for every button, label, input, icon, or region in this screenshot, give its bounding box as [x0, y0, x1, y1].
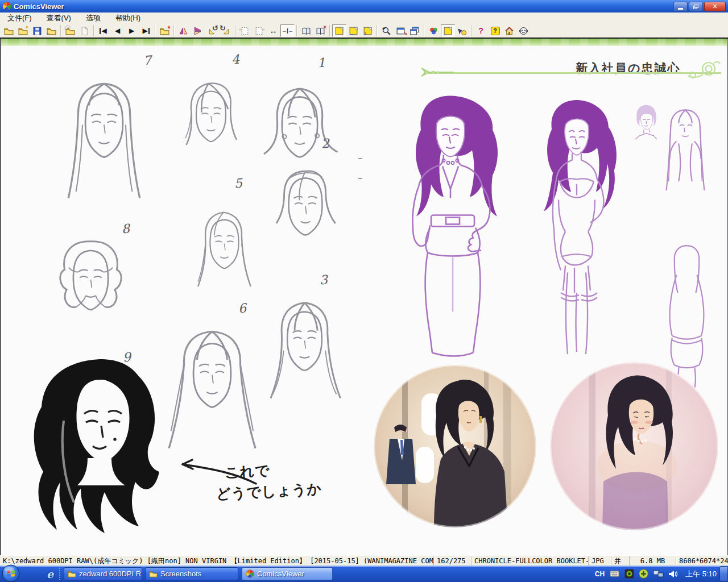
toolbar-separator [93, 25, 94, 36]
keyboard-tray-icon[interactable] [609, 569, 620, 578]
character-design-figure [522, 91, 630, 361]
save-button[interactable] [30, 24, 44, 37]
header-ornament-left [420, 66, 455, 78]
toolbar: ✦ ← ↶ ◀ ◀ ▶ ▶ ★ ↺ ↻ ← → ↔ →|← ✕ ↔ ↕ + ↘ [0, 24, 728, 38]
context-help-button[interactable]: ? [488, 24, 502, 37]
shift-page-right-button[interactable]: → [252, 24, 266, 37]
fit-width-button[interactable]: ↔ [346, 24, 361, 37]
next-page-icon: ▶ [129, 27, 134, 34]
extract-button[interactable]: ← [44, 24, 59, 37]
zoom-button[interactable]: + [379, 24, 394, 37]
minimize-button[interactable] [673, 2, 688, 11]
quick-launch-ie[interactable]: e [43, 567, 57, 580]
toolbar-separator [155, 25, 156, 36]
history-back-button[interactable]: ↶ [63, 24, 77, 37]
taskbar-clock[interactable]: 上午 5:10 [685, 569, 717, 579]
menu-help[interactable]: 帮助(H) [108, 13, 148, 24]
about-button[interactable] [516, 24, 531, 37]
color-picker-button[interactable] [455, 24, 469, 37]
toolbar-separator [60, 25, 61, 36]
toolbar-separator [296, 25, 297, 36]
fit-page-button[interactable] [332, 24, 346, 37]
color-vignette-portrait [549, 361, 719, 531]
status-bar: K:\zedward 600DPI RAW\(成年コミック) [織田non] N… [0, 555, 728, 566]
first-page-button[interactable]: ◀ [96, 24, 110, 37]
header-ornament-swirl [681, 59, 721, 81]
bookmark-button[interactable]: ★ [158, 24, 172, 37]
book-view-button[interactable] [299, 24, 313, 37]
page-left-edge [0, 39, 1, 555]
minimize-icon [678, 8, 683, 10]
character-design-longhair [652, 102, 719, 210]
help-button[interactable]: ? [474, 24, 488, 37]
language-indicator[interactable]: CH [595, 570, 605, 578]
taskbar-item-comicsviewer[interactable]: ComicsViewer [242, 567, 333, 580]
registration-mark [358, 158, 362, 159]
prev-page-button[interactable]: ◀ [110, 24, 125, 37]
rotate-left-button[interactable]: ↺ [205, 24, 219, 37]
show-desktop-button[interactable] [719, 566, 728, 581]
taskbar-item-zedward-folder[interactable]: zedward 600DPI R... [64, 567, 142, 580]
book-edit-button[interactable]: ✕ [313, 24, 328, 37]
status-dimensions: 8606*6074*24 [676, 556, 728, 566]
home-button[interactable] [502, 24, 516, 37]
next-page-button[interactable]: ▶ [125, 24, 139, 37]
status-merge-mode: 并 [611, 556, 629, 566]
comicsviewer-icon [246, 569, 254, 578]
menu-view[interactable]: 查看(V) [39, 13, 78, 24]
close-button[interactable]: ✕ [704, 2, 726, 11]
toolbar-separator [235, 25, 236, 36]
title-bar[interactable]: ComicsViewer ✕ [0, 0, 728, 13]
open-new-button[interactable]: ✦ [16, 24, 30, 37]
sketch-number: 2 [321, 136, 330, 151]
hairstyle-sketch-3 [255, 272, 354, 439]
fit-height-button[interactable]: ↕ [361, 24, 375, 37]
registration-mark [358, 178, 362, 179]
stretch-width-button[interactable]: ↔ [266, 24, 280, 37]
merge-pages-icon: →|← [282, 28, 293, 34]
handwritten-note-line1: これで [224, 461, 270, 482]
menu-file[interactable]: 文件(F) [0, 13, 39, 24]
comic-viewer-area[interactable]: 7 4 1 2 8 5 3 6 9 これで どうでしょうか 新入社員の忠誠心 [0, 38, 728, 555]
taskbar-item-screenshots-folder[interactable]: Screenshots [145, 567, 238, 580]
page-corner-button[interactable] [441, 24, 455, 37]
sketch-number: 8 [121, 222, 130, 236]
menu-options[interactable]: 选项 [78, 13, 108, 24]
last-page-button[interactable]: ▶ [139, 24, 153, 37]
last-page-icon [148, 28, 150, 34]
rotate-right-button[interactable]: ↻ [219, 24, 233, 37]
prev-page-icon: ◀ [115, 27, 120, 34]
folder-icon [68, 569, 76, 578]
toolbar-separator [471, 25, 472, 36]
restore-button[interactable] [689, 2, 703, 11]
sketch-number: 6 [238, 301, 247, 316]
status-format: JPG [588, 556, 611, 566]
status-file-path: K:\zedward 600DPI RAW\(成年コミック) [織田non] N… [0, 556, 433, 566]
print-button[interactable] [77, 24, 92, 37]
menu-bar: 文件(F) 查看(V) 选项 帮助(H) [0, 13, 728, 24]
volume-tray-icon[interactable] [668, 569, 677, 579]
first-page-icon [100, 28, 101, 34]
shift-page-left-button[interactable]: ← [238, 24, 252, 37]
page-top-banner [0, 39, 728, 46]
window-title: ComicsViewer [14, 2, 64, 11]
help-icon: ? [478, 26, 483, 35]
network-tray-icon[interactable] [653, 569, 664, 578]
resize-window-button[interactable]: ↘ [394, 24, 408, 37]
final-sketch-9 [13, 346, 183, 550]
antivirus-tray-icon[interactable] [639, 569, 648, 579]
flip-horizontal-button[interactable] [176, 24, 191, 37]
close-icon: ✕ [712, 3, 717, 10]
context-help-icon: ? [491, 27, 500, 35]
quick-launch-separator [59, 568, 60, 580]
toolbar-separator [424, 25, 425, 36]
merge-pages-button[interactable]: →|← [280, 24, 295, 37]
open-button[interactable] [2, 24, 16, 37]
flip-vertical-button[interactable] [191, 24, 205, 37]
cascade-windows-button[interactable] [408, 24, 422, 37]
nvidia-tray-icon[interactable] [624, 569, 634, 579]
comicsviewer-app-icon [2, 2, 11, 11]
start-button[interactable] [2, 564, 20, 582]
sketch-number: 4 [231, 52, 240, 67]
color-adjust-button[interactable] [427, 24, 441, 37]
